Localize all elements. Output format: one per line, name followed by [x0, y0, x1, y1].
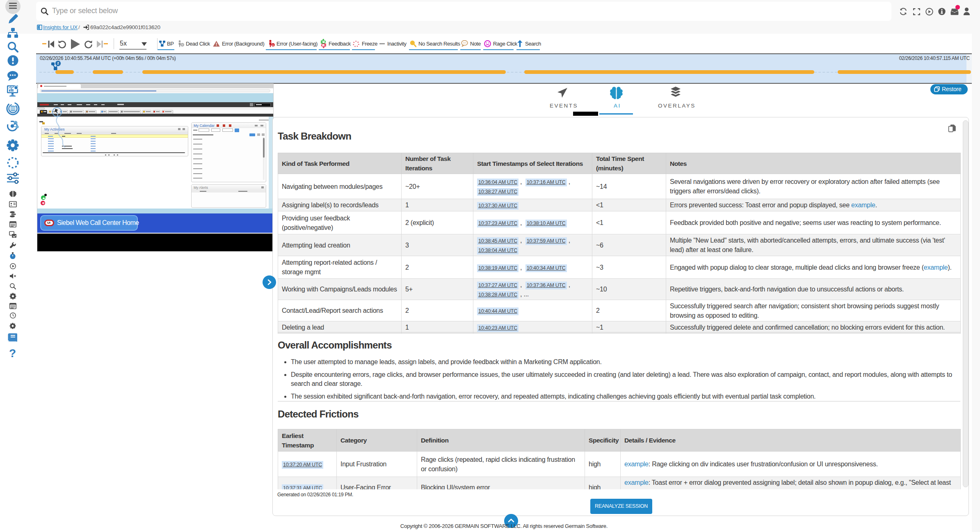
svg-text:o: o — [272, 44, 274, 46]
